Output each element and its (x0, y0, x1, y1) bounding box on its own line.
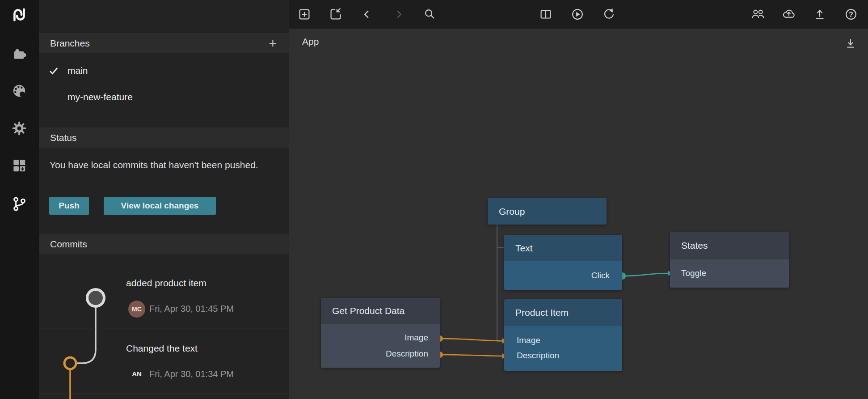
node-get-product-data[interactable]: Get Product Data Image Description (321, 298, 440, 368)
split-view-button[interactable] (538, 6, 554, 22)
status-message: You have local commits that haven't been… (50, 157, 264, 172)
commits-section-header: Commits (39, 234, 289, 254)
node-title: Group (488, 198, 607, 225)
view-local-changes-button[interactable]: View local changes (104, 197, 216, 215)
collaborators-icon (750, 7, 766, 22)
node-title: States (670, 232, 789, 259)
commits-title: Commits (50, 239, 87, 250)
sidebar-item-components[interactable] (9, 44, 29, 64)
cloud-deploy-icon (781, 7, 796, 22)
cloud-deploy-button[interactable] (781, 6, 797, 22)
split-view-icon (538, 7, 553, 22)
port-description-output[interactable]: Description (386, 348, 428, 359)
canvas-toolbar: ? (289, 0, 868, 29)
avatar: AN (131, 369, 143, 379)
branch-item-main[interactable]: main (39, 61, 289, 81)
sidebar-item-settings[interactable] (9, 119, 29, 138)
puzzle-icon (11, 45, 28, 62)
modules-icon (11, 157, 28, 174)
navigate-back-button[interactable] (359, 6, 375, 22)
port-click-output[interactable]: Click (591, 270, 610, 281)
node-product-item[interactable]: Product Item Image Description (504, 299, 622, 371)
sidebar-item-version-control[interactable] (9, 194, 29, 214)
download-button[interactable] (843, 36, 858, 51)
canvas-breadcrumb[interactable]: App (302, 36, 319, 47)
sidebar-item-styles[interactable] (9, 81, 29, 101)
divider (39, 394, 289, 394)
branch-label: my-new-feature (67, 87, 133, 107)
divider (39, 328, 289, 328)
port-toggle-input[interactable]: Toggle (681, 268, 706, 279)
collaborators-button[interactable] (750, 6, 766, 22)
help-icon: ? (843, 7, 859, 22)
checkmark-icon (48, 65, 59, 76)
node-title: Get Product Data (321, 298, 440, 324)
node-group[interactable]: Group (488, 198, 607, 225)
version-control-panel: Branches + main my-new-feature Status Yo… (39, 0, 289, 399)
node-text[interactable]: Text Click (504, 235, 622, 290)
port-description-input[interactable]: Description (517, 350, 559, 361)
commit-message: added product item (126, 278, 206, 289)
download-icon (843, 36, 858, 51)
avatar: MC (128, 301, 145, 318)
help-button[interactable]: ? (843, 6, 859, 22)
status-section-header: Status (39, 127, 289, 148)
app-logo-icon[interactable] (9, 5, 29, 25)
sidebar-item-marketplace[interactable] (9, 156, 29, 175)
port-image-output[interactable]: Image (405, 332, 428, 343)
import-component-icon (328, 7, 343, 22)
status-title: Status (50, 132, 77, 143)
app-window: Branches + main my-new-feature Status Yo… (0, 0, 868, 399)
branch-label: main (67, 61, 88, 81)
add-node-button[interactable] (296, 6, 312, 22)
chevron-left-icon (359, 7, 375, 22)
upload-button[interactable] (812, 6, 828, 22)
push-button[interactable]: Push (49, 197, 89, 215)
upload-icon (812, 7, 827, 22)
search-icon (422, 7, 437, 22)
port-image-input[interactable]: Image (517, 335, 540, 346)
node-states[interactable]: States Toggle (670, 232, 789, 288)
play-icon (570, 7, 585, 22)
palette-icon (11, 82, 28, 99)
activity-bar (0, 0, 39, 399)
node-title: Text (504, 235, 622, 261)
commit-timestamp: Fri, Apr 30, 01:45 PM (149, 303, 234, 314)
commit-message: Changed the text (126, 343, 198, 354)
search-button[interactable] (421, 6, 438, 22)
git-branch-icon (11, 195, 28, 212)
add-branch-button[interactable]: + (269, 37, 277, 50)
import-component-button[interactable] (328, 6, 344, 22)
gear-icon (11, 120, 28, 137)
branches-title: Branches (50, 38, 90, 49)
node-canvas[interactable]: App Group (289, 29, 868, 399)
chevron-right-icon (391, 7, 406, 22)
svg-text:?: ? (849, 10, 853, 18)
refresh-icon (601, 7, 616, 22)
add-node-icon (297, 7, 312, 22)
branch-item-my-new-feature[interactable]: my-new-feature (39, 87, 289, 107)
refresh-button[interactable] (601, 6, 617, 22)
commit-timestamp: Fri, Apr 30, 01:34 PM (149, 369, 234, 379)
run-preview-button[interactable] (569, 6, 586, 22)
logo-icon (10, 6, 28, 24)
branches-section-header: Branches + (39, 33, 289, 53)
navigate-forward-button[interactable] (391, 6, 407, 22)
node-title: Product Item (504, 299, 622, 326)
